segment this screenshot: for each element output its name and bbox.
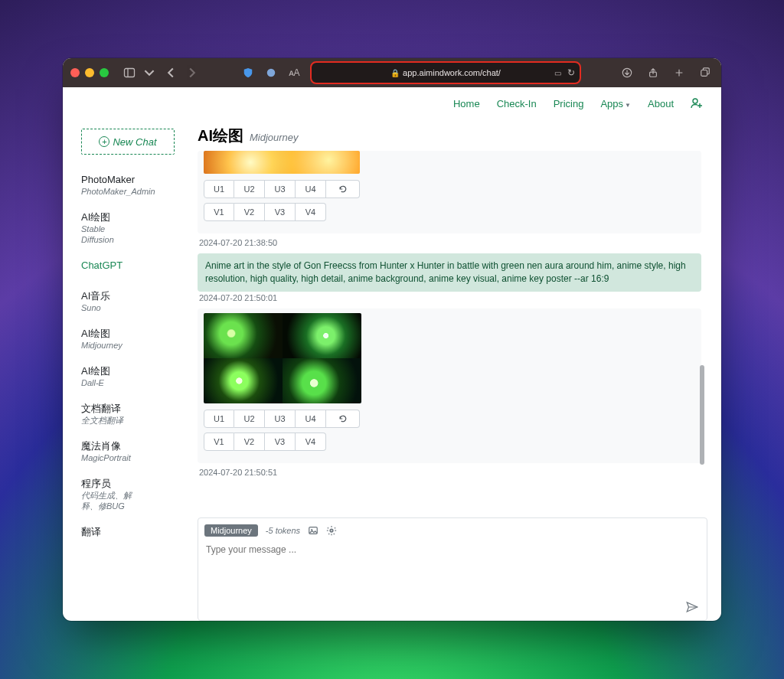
v4-button[interactable]: V4	[296, 433, 326, 451]
timestamp: 2024-07-20 21:50:01	[199, 293, 700, 302]
sidebar-item-dalle[interactable]: AI绘图 Dall-E	[81, 360, 175, 397]
svg-point-8	[311, 529, 312, 530]
u1-button[interactable]: U1	[204, 180, 234, 198]
v2-button[interactable]: V2	[234, 203, 265, 221]
reroll-button[interactable]	[326, 410, 360, 428]
user-prompt: Anime art in the style of Gon Freecss fr…	[198, 253, 701, 292]
result-block: U1 U2 U3 U4 V1 V2 V3	[198, 151, 701, 233]
nav-apps[interactable]: Apps▼	[600, 98, 631, 109]
settings-icon[interactable]	[326, 525, 337, 536]
u3-button[interactable]: U3	[265, 180, 296, 198]
browser-window: ᴀA 🔒 app.aimindwork.com/chat/ ▭ ↻ Home C…	[63, 58, 721, 621]
plus-icon: +	[99, 136, 109, 147]
grid-cell-2[interactable]	[283, 313, 361, 358]
chevron-down-icon[interactable]	[141, 64, 158, 81]
v3-button[interactable]: V3	[265, 203, 296, 221]
variation-row: V1 V2 V3 V4	[204, 433, 695, 451]
timestamp: 2024-07-20 21:38:50	[199, 238, 700, 247]
send-icon[interactable]	[685, 600, 699, 614]
v2-button[interactable]: V2	[234, 433, 265, 451]
grid-cell-1[interactable]	[204, 313, 283, 358]
v1-button[interactable]: V1	[204, 433, 234, 451]
u1-button[interactable]: U1	[204, 410, 234, 428]
result-image-preview[interactable]	[204, 151, 360, 174]
new-tab-icon[interactable]	[671, 64, 688, 81]
downloads-icon[interactable]	[619, 64, 635, 81]
variation-row: V1 V2 V3 V4	[204, 203, 695, 221]
chevron-down-icon: ▼	[625, 102, 631, 109]
app-frame: Home Check-In Pricing Apps▼ About + New …	[63, 87, 721, 621]
v4-button[interactable]: V4	[296, 203, 326, 221]
nav-about[interactable]: About	[648, 98, 674, 109]
nav-pricing[interactable]: Pricing	[554, 98, 584, 109]
token-cost: -5 tokens	[266, 526, 300, 535]
top-nav: Home Check-In Pricing Apps▼ About	[63, 87, 721, 119]
url-bar[interactable]: 🔒 app.aimindwork.com/chat/ ▭ ↻	[312, 63, 580, 83]
u4-button[interactable]: U4	[296, 180, 326, 198]
sidebar-item-magicportrait[interactable]: 魔法肖像 MagicPortrait	[81, 435, 175, 472]
sidebar: + New Chat PhotoMaker PhotoMaker_Admin A…	[63, 119, 184, 621]
back-button[interactable]	[162, 64, 179, 81]
sidebar-item-midjourney[interactable]: AI绘图 Midjourney	[81, 322, 175, 360]
tabs-icon[interactable]	[697, 64, 714, 81]
thread-scroll: U1 U2 U3 U4 V1 V2 V3	[198, 151, 707, 513]
u2-button[interactable]: U2	[234, 410, 265, 428]
image-attach-icon[interactable]	[308, 525, 318, 536]
sidebar-toggle-icon[interactable]	[121, 64, 138, 81]
redo-icon	[338, 414, 348, 423]
close-window[interactable]	[70, 68, 80, 77]
page-title: AI绘图 Midjourney	[198, 126, 707, 151]
v3-button[interactable]: V3	[265, 433, 296, 451]
u3-button[interactable]: U3	[265, 410, 296, 428]
privacy-icon[interactable]	[263, 64, 279, 81]
forward-button[interactable]	[184, 64, 201, 81]
message-input[interactable]	[204, 543, 701, 614]
composer: Midjourney -5 tokens	[198, 517, 707, 621]
share-icon[interactable]	[645, 64, 662, 81]
nav-checkin[interactable]: Check-In	[497, 98, 537, 109]
timestamp: 2024-07-20 21:50:51	[199, 468, 700, 477]
grid-cell-3[interactable]	[204, 358, 283, 403]
upscale-row: U1 U2 U3 U4	[204, 410, 695, 428]
scrollbar-thumb[interactable]	[700, 365, 704, 465]
reader-icon[interactable]: ▭	[554, 69, 561, 77]
v1-button[interactable]: V1	[204, 203, 234, 221]
main-area: AI绘图 Midjourney U1 U2 U3 U4	[184, 119, 721, 621]
svg-rect-5	[701, 70, 707, 77]
svg-point-6	[693, 99, 697, 103]
redo-icon	[338, 184, 348, 194]
sidebar-item-sd[interactable]: AI绘图 Stable Diffusion	[81, 206, 175, 254]
refresh-icon[interactable]: ↻	[567, 67, 575, 78]
u4-button[interactable]: U4	[296, 410, 326, 428]
url-text: app.aimindwork.com/chat/	[403, 68, 501, 77]
nav-home[interactable]: Home	[453, 98, 480, 109]
reroll-button[interactable]	[326, 180, 360, 198]
lock-icon: 🔒	[390, 69, 400, 77]
sidebar-item-programmer[interactable]: 程序员 代码生成、解 释、修BUG	[81, 472, 175, 521]
grid-cell-4[interactable]	[283, 358, 361, 403]
new-chat-button[interactable]: + New Chat	[81, 129, 175, 155]
svg-point-2	[267, 69, 276, 77]
result-block: U1 U2 U3 U4 V1 V2 V3	[198, 308, 701, 463]
sidebar-item-chatgpt[interactable]: ChatGPT	[81, 254, 175, 285]
u2-button[interactable]: U2	[234, 180, 265, 198]
traffic-lights[interactable]	[70, 68, 109, 77]
minimize-window[interactable]	[85, 68, 94, 77]
user-add-icon[interactable]	[691, 97, 703, 109]
shield-icon[interactable]	[240, 64, 256, 81]
thread[interactable]: U1 U2 U3 U4 V1 V2 V3	[198, 151, 707, 513]
sidebar-item-doc-translate[interactable]: 文档翻译 全文档翻译	[81, 397, 175, 435]
model-badge[interactable]: Midjourney	[204, 524, 258, 537]
zoom-window[interactable]	[100, 68, 109, 77]
result-image-grid[interactable]	[204, 313, 361, 403]
sidebar-item-translate[interactable]: 翻译	[81, 521, 175, 551]
titlebar: ᴀA 🔒 app.aimindwork.com/chat/ ▭ ↻	[63, 58, 721, 87]
upscale-row: U1 U2 U3 U4	[204, 180, 695, 198]
sidebar-item-music[interactable]: AI音乐 Suno	[81, 285, 175, 322]
text-size-icon[interactable]: ᴀA	[286, 64, 302, 81]
svg-rect-0	[125, 69, 135, 77]
sidebar-item-photomaker[interactable]: PhotoMaker PhotoMaker_Admin	[81, 168, 175, 206]
